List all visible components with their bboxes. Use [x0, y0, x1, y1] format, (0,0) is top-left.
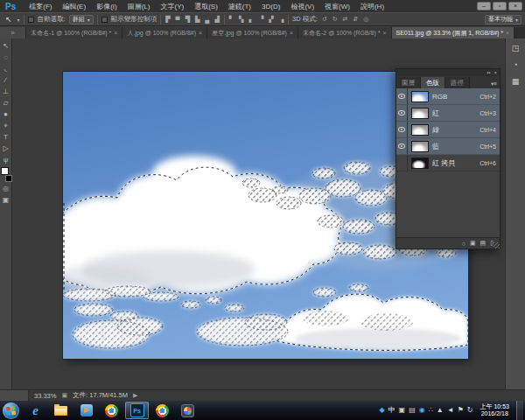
channel-row[interactable]: 藍 Ctrl+5	[396, 138, 500, 155]
menu-item[interactable]: 影像(I)	[91, 2, 122, 11]
3d-drag-icon[interactable]: ⇄	[342, 16, 349, 23]
menu-item[interactable]: 視窗(W)	[319, 2, 355, 11]
visibility-toggle[interactable]	[396, 88, 408, 104]
load-selection-icon[interactable]: ○	[462, 241, 466, 247]
menu-item[interactable]: 說明(H)	[355, 2, 389, 11]
show-desktop-button[interactable]	[516, 401, 523, 420]
new-channel-icon[interactable]: ▤	[480, 240, 486, 247]
language-bar-icon[interactable]: ▤	[409, 406, 416, 415]
hand-tool-icon[interactable]: ψ	[0, 154, 12, 165]
chevron-down-icon[interactable]: ▾	[18, 17, 20, 23]
taskbar-clock[interactable]: 上午 10:53 2016/2/18	[477, 403, 513, 417]
align-horizontal-centers-icon[interactable]: ▀	[175, 17, 181, 23]
foreground-color-swatch[interactable]	[1, 167, 9, 175]
start-button[interactable]	[3, 402, 19, 419]
distribute-left-edges-icon[interactable]: ▝	[258, 16, 264, 23]
align-bottom-edges-icon[interactable]: ▟	[214, 16, 220, 23]
blur-tool-icon[interactable]: ●	[0, 108, 12, 120]
volume-icon[interactable]: ◄	[447, 406, 454, 415]
3d-roll-icon[interactable]: ↻	[332, 16, 339, 23]
action-center-flag-icon[interactable]: ⚑	[458, 406, 464, 415]
visibility-toggle[interactable]	[396, 122, 408, 137]
move-tool-icon[interactable]: ↖	[0, 40, 12, 52]
sync-icon[interactable]: ↻	[467, 406, 473, 415]
move-tool-preview-icon[interactable]: ↖	[4, 15, 14, 24]
menu-item[interactable]: 文字(Y)	[155, 2, 189, 11]
keyboard-layout-icon[interactable]: ▣	[399, 406, 406, 415]
quick-mask-icon[interactable]: ◎	[0, 183, 12, 194]
3d-rotate-icon[interactable]: ↺	[321, 16, 328, 23]
close-icon[interactable]: ×	[199, 30, 202, 36]
auto-select-checkbox[interactable]	[28, 17, 34, 23]
distribute-top-edges-icon[interactable]: ▘	[228, 16, 234, 23]
close-button[interactable]: ×	[508, 2, 522, 10]
panel-tab[interactable]: 路徑	[445, 77, 470, 88]
photoshop-taskbar-icon[interactable]: Ps	[125, 402, 149, 419]
panel-menu-icon[interactable]: ▾≡	[491, 80, 500, 88]
close-icon[interactable]: ×	[494, 70, 497, 75]
3d-scale-icon[interactable]: ◎	[362, 16, 369, 23]
zoom-level-field[interactable]: 33.33%	[34, 392, 56, 400]
align-right-edges-icon[interactable]: ▜	[185, 16, 191, 23]
eraser-tool-icon[interactable]: ▱	[0, 97, 12, 108]
lasso-tool-icon[interactable]: ◟	[0, 63, 12, 74]
screen-mode-icon[interactable]: ▣	[0, 194, 12, 206]
menu-item[interactable]: 選取(S)	[189, 2, 223, 11]
document-tab[interactable]: 未命名-1 @ 100% (RGB/8#) * ×	[26, 27, 122, 38]
document-tab[interactable]: 人.jpg @ 100% (RGB/8#) ×	[122, 27, 207, 38]
ime-chinese-icon[interactable]: 中	[388, 406, 396, 415]
document-tab[interactable]: 星空.jpg @ 100% (RGB/8#) ×	[207, 27, 298, 38]
align-vertical-centers-icon[interactable]: ▄	[204, 17, 210, 23]
document-tab[interactable]: 未命名-2 @ 100% (RGB/8) * ×	[298, 27, 392, 38]
menu-item[interactable]: 3D(D)	[256, 3, 285, 10]
panel-tab[interactable]: 圖層	[396, 77, 421, 88]
document-tab[interactable]: SE011.jpg @ 33.3% (圖層 1, RGB/8#) * ×	[392, 27, 515, 38]
more-dots-icon[interactable]: ∴	[429, 406, 433, 415]
menu-item[interactable]: 濾鏡(T)	[223, 2, 256, 11]
path-selection-tool-icon[interactable]: ▷	[0, 143, 12, 154]
restore-button[interactable]: ▫	[493, 2, 507, 10]
clone-stamp-tool-icon[interactable]: ⊥	[0, 86, 12, 97]
show-transform-checkbox[interactable]	[102, 17, 108, 23]
distribute-horizontal-centers-icon[interactable]: ▞	[268, 16, 274, 23]
visibility-toggle[interactable]	[396, 155, 408, 171]
close-icon[interactable]: ×	[382, 30, 386, 36]
collapse-panel-icon[interactable]: ▪▪	[486, 70, 490, 75]
save-selection-as-channel-icon[interactable]: ▣	[470, 240, 476, 247]
3d-slide-icon[interactable]: ⇵	[352, 16, 359, 23]
paint-app-icon[interactable]	[176, 402, 200, 419]
panel-dock-pages-icon[interactable]: ◳	[508, 42, 522, 54]
delete-channel-icon[interactable]: ▯	[490, 240, 494, 247]
align-left-edges-icon[interactable]: ▛	[164, 16, 171, 23]
background-color-swatch[interactable]	[5, 175, 12, 182]
auto-select-dropdown[interactable]: 群組 ▾	[69, 15, 94, 24]
media-player-icon[interactable]: ▶	[74, 402, 98, 419]
file-explorer-icon[interactable]	[49, 402, 73, 419]
distribute-bottom-edges-icon[interactable]: ▖	[248, 16, 254, 23]
close-icon[interactable]: ×	[506, 30, 509, 36]
close-icon[interactable]: ×	[114, 30, 117, 36]
panel-dock-dial-icon[interactable]: ◔	[508, 59, 522, 71]
channel-row[interactable]: 綠 Ctrl+4	[396, 122, 500, 138]
visibility-toggle[interactable]	[396, 138, 408, 154]
status-popup-icon[interactable]: ▣	[61, 392, 67, 399]
chrome-icon-2[interactable]	[150, 402, 174, 419]
double-arrow-icon[interactable]: »	[0, 27, 26, 38]
menu-item[interactable]: 檔案(F)	[24, 2, 57, 11]
channel-row[interactable]: 紅 拷貝 Ctrl+6	[396, 155, 500, 172]
menu-item[interactable]: 編輯(E)	[57, 2, 91, 11]
close-icon[interactable]: ×	[290, 30, 293, 36]
channel-row[interactable]: RGB Ctrl+2	[396, 88, 500, 105]
brush-tool-icon[interactable]: ∕	[0, 74, 12, 86]
panel-dock-grid-icon[interactable]: ▦	[508, 75, 522, 88]
workspace-switcher[interactable]: 基本功能 ▾	[485, 15, 522, 24]
show-hidden-icons[interactable]: ▲	[437, 406, 444, 415]
app-tray-icon[interactable]: ◉	[419, 406, 425, 415]
align-top-edges-icon[interactable]: ▙	[194, 16, 200, 23]
channel-row[interactable]: 紅 Ctrl+3	[396, 105, 500, 122]
menu-item[interactable]: 檢視(V)	[285, 2, 319, 11]
pen-tool-icon[interactable]: ⌖	[0, 120, 12, 131]
messenger-tray-icon[interactable]: ◆	[379, 406, 384, 415]
type-tool-icon[interactable]: T	[0, 131, 12, 143]
menu-item[interactable]: 圖層(L)	[122, 2, 156, 11]
